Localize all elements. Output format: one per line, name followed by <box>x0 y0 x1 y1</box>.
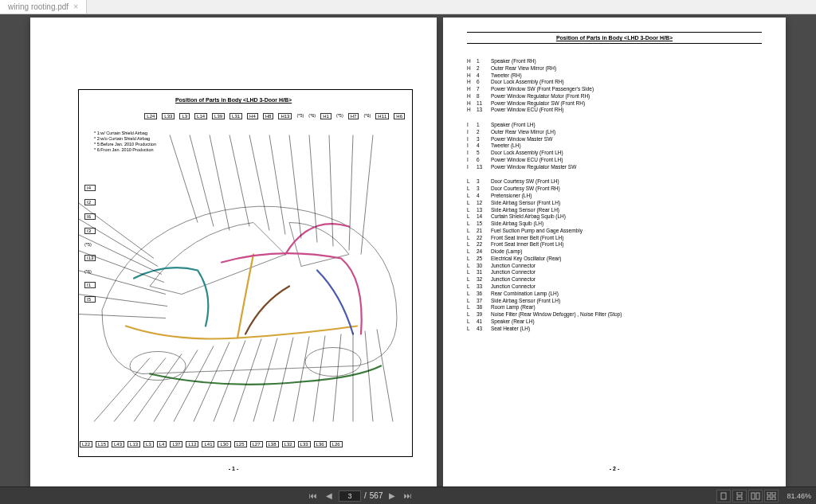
callout-label: L13 <box>128 441 140 447</box>
part-description: Power Window Master SW <box>491 136 552 143</box>
pdf-page-1: Position of Parts in Body <LHD 3-Door H/… <box>30 18 437 486</box>
part-number: 4 <box>477 193 491 200</box>
view-facing-icon[interactable] <box>748 490 763 502</box>
svg-line-7 <box>269 135 285 235</box>
part-prefix: H <box>467 93 477 100</box>
callout-label: H6 <box>394 113 405 119</box>
part-number: 4 <box>477 72 491 80</box>
part-prefix: L <box>467 248 477 256</box>
part-description: Curtain Shield Airbag Squib (LH) <box>491 213 566 221</box>
svg-line-15 <box>78 235 162 275</box>
part-description: Side Airbag Sensor (Front LH) <box>491 200 560 207</box>
part-description: Side Airbag Squib (LH) <box>491 221 543 228</box>
part-prefix: L <box>467 256 477 263</box>
first-page-button[interactable]: ⏮ <box>307 490 320 502</box>
svg-rect-40 <box>756 493 759 499</box>
part-number: 1 <box>477 122 491 129</box>
svg-rect-42 <box>772 492 775 495</box>
part-number: 6 <box>477 157 491 164</box>
svg-rect-44 <box>772 497 775 500</box>
part-number: 6 <box>477 79 491 86</box>
callouts-top: L24L33L3L14L39L31H4H8H13(*5)(*6)H1(*5)H7… <box>144 113 405 119</box>
part-prefix: L <box>467 269 477 276</box>
part-number: 12 <box>477 200 491 207</box>
parts-list: H1Speaker (Front RH)H2Outer Rear View Mi… <box>443 53 786 345</box>
part-prefix: H <box>467 58 477 65</box>
svg-line-35 <box>377 330 393 422</box>
part-prefix: H <box>467 107 477 114</box>
svg-rect-37 <box>737 492 742 495</box>
part-number: 33 <box>477 283 491 291</box>
part-description: Front Seat Inner Belt (Front LH) <box>491 235 563 242</box>
svg-line-4 <box>210 135 230 231</box>
callout-label: (*6) <box>308 113 316 119</box>
page-title: Position of Parts in Body <LHD 3-Door H/… <box>467 32 762 44</box>
part-description: Power Window Regulator SW (Front RH) <box>491 100 585 107</box>
svg-line-2 <box>170 135 198 223</box>
part-number: 39 <box>477 311 491 318</box>
status-bar: ⏮ ◀ / 567 ▶ ⏭ 81.46% <box>0 486 816 504</box>
svg-line-26 <box>214 341 245 422</box>
part-description: Side Airbag Sensor (Rear LH) <box>491 207 559 214</box>
part-row: L12Side Airbag Sensor (Front LH) <box>467 200 762 207</box>
part-number: 8 <box>477 93 491 100</box>
part-row: L4Pretensioner (LH) <box>467 193 762 200</box>
tab-label: wiring rooting.pdf <box>8 2 69 11</box>
part-description: Power Window ECU (Front LH) <box>491 157 563 164</box>
zoom-level[interactable]: 81.46% <box>787 492 811 500</box>
svg-rect-36 <box>721 493 726 499</box>
part-number: 31 <box>477 269 491 276</box>
parts-group: L3Door Courtesy SW (Front LH)L3Door Cour… <box>467 178 762 332</box>
callout-label: (*5) <box>336 113 343 119</box>
svg-line-27 <box>233 339 261 422</box>
part-row: L38Room Lamp (Rear) <box>467 304 762 311</box>
page-number-input[interactable] <box>339 490 361 502</box>
part-prefix: I <box>467 129 477 136</box>
part-number: 36 <box>477 291 491 298</box>
next-page-button[interactable]: ▶ <box>386 490 398 502</box>
part-row: H1Speaker (Front RH) <box>467 58 762 65</box>
part-prefix: L <box>467 241 477 248</box>
part-description: Noise Filter (Rear Window Defogger) , No… <box>491 311 622 318</box>
part-prefix: H <box>467 86 477 93</box>
view-facing-continuous-icon[interactable] <box>764 490 779 502</box>
page-number: - 2 - <box>443 466 786 471</box>
part-prefix: L <box>467 311 477 318</box>
part-row: L22Front Seat Inner Belt (Front LH) <box>467 241 762 248</box>
part-prefix: L <box>467 283 477 291</box>
part-prefix: H <box>467 100 477 107</box>
part-description: Diode (Lamp) <box>491 248 522 256</box>
wiring-diagram <box>78 125 413 432</box>
part-row: L13Side Airbag Sensor (Rear LH) <box>467 207 762 214</box>
view-single-icon[interactable] <box>716 490 731 502</box>
page-separator: / <box>364 491 367 500</box>
part-description: Junction Connector <box>491 269 536 276</box>
part-prefix: L <box>467 193 477 200</box>
part-number: 24 <box>477 248 491 256</box>
part-prefix: L <box>467 228 477 235</box>
svg-rect-39 <box>751 493 755 499</box>
close-icon[interactable]: × <box>73 2 78 11</box>
part-number: 37 <box>477 298 491 305</box>
callout-label: L41 <box>202 441 214 447</box>
part-row: H4Tweeter (RH) <box>467 72 762 80</box>
part-description: Outer Rear View Mirror (RH) <box>491 65 556 72</box>
prev-page-button[interactable]: ◀ <box>323 490 335 502</box>
part-prefix: L <box>467 200 477 207</box>
page-navigation: ⏮ ◀ / 567 ▶ ⏭ <box>307 490 414 502</box>
pdf-viewport[interactable]: Position of Parts in Body <LHD 3-Door H/… <box>0 14 816 486</box>
svg-line-11 <box>349 135 353 251</box>
part-row: L25Electrical Key Oscillator (Rear) <box>467 256 762 263</box>
view-continuous-icon[interactable] <box>732 490 747 502</box>
part-description: Tweeter (RH) <box>491 72 522 80</box>
svg-line-5 <box>230 135 249 227</box>
last-page-button[interactable]: ⏭ <box>402 490 414 502</box>
part-number: 13 <box>477 107 491 114</box>
svg-line-13 <box>78 203 154 259</box>
part-row: L32Junction Connector <box>467 276 762 283</box>
page-number: - 1 - <box>30 466 437 471</box>
part-prefix: I <box>467 150 477 157</box>
callout-label: (*5) <box>296 113 304 119</box>
part-number: 11 <box>477 100 491 107</box>
document-tab[interactable]: wiring rooting.pdf × <box>0 0 87 14</box>
